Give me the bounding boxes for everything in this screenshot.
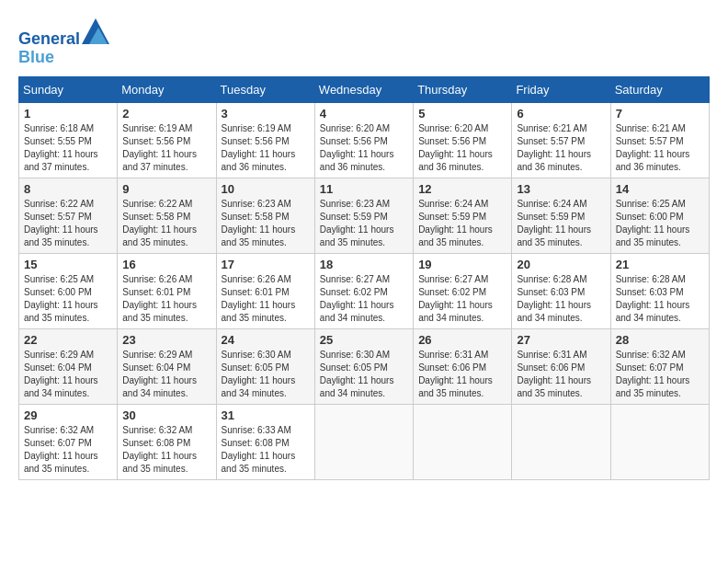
weekday-header: Monday [118,76,216,102]
day-info: Sunrise: 6:22 AMSunset: 5:58 PMDaylight:… [122,199,197,247]
calendar-cell: 15 Sunrise: 6:25 AMSunset: 6:00 PMDaylig… [19,253,118,328]
day-number: 15 [24,258,112,271]
day-info: Sunrise: 6:26 AMSunset: 6:01 PMDaylight:… [222,274,296,323]
calendar-cell: 11 Sunrise: 6:23 AMSunset: 5:59 PMDaylig… [314,178,413,253]
day-info: Sunrise: 6:32 AMSunset: 6:07 PMDaylight:… [24,425,98,474]
day-number: 11 [320,182,408,196]
calendar-cell: 12 Sunrise: 6:24 AMSunset: 5:59 PMDaylig… [414,178,512,253]
day-info: Sunrise: 6:31 AMSunset: 6:06 PMDaylight:… [517,350,591,398]
day-number: 30 [122,408,210,422]
logo-icon [82,18,109,44]
day-info: Sunrise: 6:21 AMSunset: 5:57 PMDaylight:… [517,123,591,172]
day-info: Sunrise: 6:24 AMSunset: 5:59 PMDaylight:… [517,199,591,247]
calendar-cell: 16 Sunrise: 6:26 AMSunset: 6:01 PMDaylig… [118,253,216,328]
calendar-cell: 5 Sunrise: 6:20 AMSunset: 5:56 PMDayligh… [414,102,512,178]
calendar-table: SundayMondayTuesdayWednesdayThursdayFrid… [18,76,710,480]
day-number: 21 [616,258,704,271]
day-number: 12 [418,182,506,196]
day-number: 2 [122,107,210,121]
calendar-cell: 29 Sunrise: 6:32 AMSunset: 6:07 PMDaylig… [19,404,118,479]
page-header: General Blue [18,18,710,67]
calendar-cell: 28 Sunrise: 6:32 AMSunset: 6:07 PMDaylig… [610,328,709,404]
day-number: 27 [517,333,605,347]
day-number: 20 [517,258,605,271]
calendar-cell [512,404,610,479]
day-info: Sunrise: 6:31 AMSunset: 6:06 PMDaylight:… [418,350,493,398]
day-info: Sunrise: 6:30 AMSunset: 6:05 PMDaylight:… [222,350,296,398]
calendar-cell: 22 Sunrise: 6:29 AMSunset: 6:04 PMDaylig… [19,328,118,404]
calendar-week-row: 1 Sunrise: 6:18 AMSunset: 5:55 PMDayligh… [19,102,710,178]
day-info: Sunrise: 6:24 AMSunset: 5:59 PMDaylight:… [418,199,493,247]
calendar-cell [314,404,413,479]
calendar-cell: 21 Sunrise: 6:28 AMSunset: 6:03 PMDaylig… [610,253,709,328]
day-info: Sunrise: 6:29 AMSunset: 6:04 PMDaylight:… [24,350,98,398]
day-number: 28 [616,333,704,347]
logo: General Blue [18,18,109,67]
day-info: Sunrise: 6:22 AMSunset: 5:57 PMDaylight:… [24,199,98,247]
day-info: Sunrise: 6:33 AMSunset: 6:08 PMDaylight:… [222,425,296,474]
day-number: 25 [320,333,408,347]
day-info: Sunrise: 6:21 AMSunset: 5:57 PMDaylight:… [616,123,690,172]
calendar-cell: 8 Sunrise: 6:22 AMSunset: 5:57 PMDayligh… [19,178,118,253]
day-number: 4 [320,107,408,121]
day-number: 5 [418,107,506,121]
day-number: 19 [418,258,506,271]
day-number: 26 [418,333,506,347]
calendar-header-row: SundayMondayTuesdayWednesdayThursdayFrid… [19,76,710,102]
calendar-cell: 19 Sunrise: 6:27 AMSunset: 6:02 PMDaylig… [414,253,512,328]
day-number: 3 [222,107,310,121]
weekday-header: Tuesday [216,76,314,102]
day-info: Sunrise: 6:29 AMSunset: 6:04 PMDaylight:… [122,350,197,398]
calendar-week-row: 8 Sunrise: 6:22 AMSunset: 5:57 PMDayligh… [19,178,710,253]
calendar-cell: 1 Sunrise: 6:18 AMSunset: 5:55 PMDayligh… [19,102,118,178]
day-info: Sunrise: 6:20 AMSunset: 5:56 PMDaylight:… [320,123,394,172]
day-info: Sunrise: 6:23 AMSunset: 5:58 PMDaylight:… [222,199,296,247]
calendar-cell: 3 Sunrise: 6:19 AMSunset: 5:56 PMDayligh… [216,102,314,178]
day-number: 13 [517,182,605,196]
day-number: 31 [222,408,310,422]
calendar-cell: 20 Sunrise: 6:28 AMSunset: 6:03 PMDaylig… [512,253,610,328]
day-number: 8 [24,182,112,196]
day-number: 17 [222,258,310,271]
weekday-header: Saturday [610,76,709,102]
day-number: 29 [24,408,112,422]
weekday-header: Thursday [414,76,512,102]
calendar-week-row: 29 Sunrise: 6:32 AMSunset: 6:07 PMDaylig… [19,404,710,479]
day-info: Sunrise: 6:27 AMSunset: 6:02 PMDaylight:… [320,274,394,323]
calendar-week-row: 22 Sunrise: 6:29 AMSunset: 6:04 PMDaylig… [19,328,710,404]
day-number: 14 [616,182,704,196]
calendar-cell: 4 Sunrise: 6:20 AMSunset: 5:56 PMDayligh… [314,102,413,178]
day-number: 24 [222,333,310,347]
day-info: Sunrise: 6:20 AMSunset: 5:56 PMDaylight:… [418,123,493,172]
day-info: Sunrise: 6:19 AMSunset: 5:56 PMDaylight:… [122,123,197,172]
calendar-cell [414,404,512,479]
calendar-cell: 17 Sunrise: 6:26 AMSunset: 6:01 PMDaylig… [216,253,314,328]
calendar-cell [610,404,709,479]
weekday-header: Friday [512,76,610,102]
calendar-cell: 6 Sunrise: 6:21 AMSunset: 5:57 PMDayligh… [512,102,610,178]
calendar-cell: 27 Sunrise: 6:31 AMSunset: 6:06 PMDaylig… [512,328,610,404]
day-number: 16 [122,258,210,271]
calendar-cell: 10 Sunrise: 6:23 AMSunset: 5:58 PMDaylig… [216,178,314,253]
day-info: Sunrise: 6:28 AMSunset: 6:03 PMDaylight:… [616,274,690,323]
day-info: Sunrise: 6:25 AMSunset: 6:00 PMDaylight:… [616,199,690,247]
day-number: 9 [122,182,210,196]
calendar-cell: 31 Sunrise: 6:33 AMSunset: 6:08 PMDaylig… [216,404,314,479]
day-number: 1 [24,107,112,121]
day-info: Sunrise: 6:23 AMSunset: 5:59 PMDaylight:… [320,199,394,247]
day-number: 7 [616,107,704,121]
day-info: Sunrise: 6:27 AMSunset: 6:02 PMDaylight:… [418,274,493,323]
calendar-cell: 9 Sunrise: 6:22 AMSunset: 5:58 PMDayligh… [118,178,216,253]
day-info: Sunrise: 6:18 AMSunset: 5:55 PMDaylight:… [24,123,98,172]
day-info: Sunrise: 6:25 AMSunset: 6:00 PMDaylight:… [24,274,98,323]
day-number: 18 [320,258,408,271]
day-info: Sunrise: 6:28 AMSunset: 6:03 PMDaylight:… [517,274,591,323]
day-info: Sunrise: 6:32 AMSunset: 6:07 PMDaylight:… [616,350,690,398]
day-info: Sunrise: 6:30 AMSunset: 6:05 PMDaylight:… [320,350,394,398]
calendar-cell: 24 Sunrise: 6:30 AMSunset: 6:05 PMDaylig… [216,328,314,404]
calendar-cell: 14 Sunrise: 6:25 AMSunset: 6:00 PMDaylig… [610,178,709,253]
calendar-cell: 26 Sunrise: 6:31 AMSunset: 6:06 PMDaylig… [414,328,512,404]
calendar-week-row: 15 Sunrise: 6:25 AMSunset: 6:00 PMDaylig… [19,253,710,328]
logo-text: General Blue [18,18,109,67]
day-number: 6 [517,107,605,121]
